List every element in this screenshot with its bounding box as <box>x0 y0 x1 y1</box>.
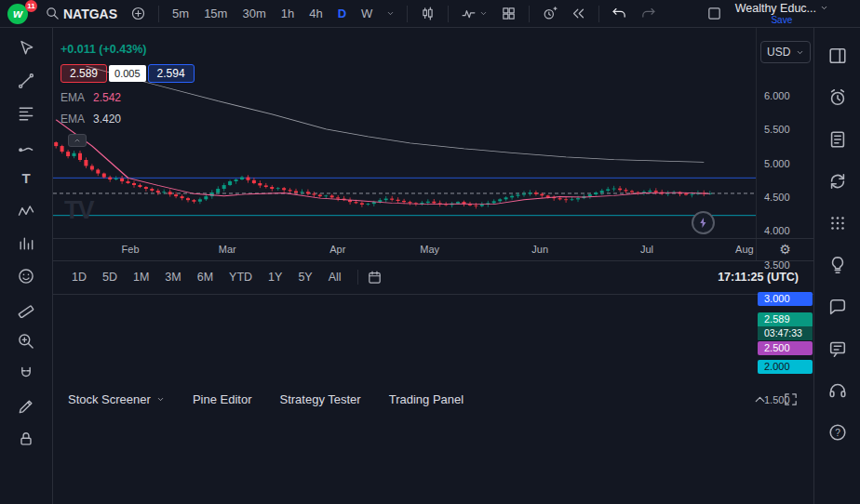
alerts-button[interactable] <box>824 85 852 111</box>
time-axis-month: May <box>420 244 439 255</box>
undo-button[interactable] <box>606 2 633 26</box>
chart-row: +0.011 (+0.43%) 2.589 0.005 2.594 EMA 2.… <box>53 28 813 238</box>
layout-grid-button[interactable] <box>495 2 522 26</box>
forecast-icon <box>17 234 35 253</box>
range-all[interactable]: All <box>321 267 349 287</box>
chevron-down-icon <box>820 4 828 12</box>
messages-icon <box>827 338 848 359</box>
timeframe-1w[interactable]: W <box>355 2 379 26</box>
range-5d[interactable]: 5D <box>95 267 125 287</box>
price-change: +0.011 (+0.43%) <box>60 43 146 56</box>
magnet-icon <box>17 365 35 383</box>
quote-buttons: 2.589 0.005 2.594 <box>60 64 195 83</box>
strategy-tester-tab[interactable]: Strategy Tester <box>279 392 360 406</box>
pattern-tool-button[interactable] <box>12 197 40 224</box>
range-ytd[interactable]: YTD <box>222 267 260 287</box>
symbol-search-button[interactable]: NATGAS <box>39 2 123 26</box>
magnet-tool-button[interactable] <box>12 360 40 387</box>
account-area: Wealthy Educ... Save <box>701 2 828 26</box>
trading-panel-tab[interactable]: Trading Panel <box>389 392 464 406</box>
range-bar: 1D 5D 1M 3M 6M YTD 1Y 5Y All 17:11:25 (U… <box>53 260 813 294</box>
indicators-button[interactable] <box>455 2 493 26</box>
chart-plot[interactable]: +0.011 (+0.43%) 2.589 0.005 2.594 EMA 2.… <box>53 28 756 238</box>
refresh-button[interactable] <box>824 168 852 194</box>
timeframe-15m[interactable]: 15m <box>197 2 234 26</box>
emoji-tool-button[interactable] <box>12 262 40 289</box>
text-tool-button[interactable]: T <box>12 165 40 192</box>
save-layout-button[interactable] <box>701 2 728 26</box>
ema-value: 3.420 <box>93 113 121 126</box>
topbar: w 11 NATGAS 5m 15m 30m 1h 4h D W <box>0 0 860 28</box>
cursor-tool-button[interactable] <box>12 34 40 61</box>
separator <box>448 6 449 22</box>
grid-layout-icon <box>501 6 517 21</box>
timeframe-5m[interactable]: 5m <box>166 2 195 26</box>
compare-button[interactable] <box>125 2 152 26</box>
pine-editor-tab[interactable]: Pine Editor <box>193 392 252 406</box>
timeframe-1h[interactable]: 1h <box>275 2 301 26</box>
chat-button[interactable] <box>824 294 852 320</box>
xabcd-pattern-icon <box>17 202 35 220</box>
calendar-icon <box>367 270 383 285</box>
messages-button[interactable] <box>824 336 852 362</box>
utc-clock[interactable]: 17:11:25 (UTC) <box>718 271 802 284</box>
stock-screener-tab[interactable]: Stock Screener <box>68 392 165 406</box>
forecast-tool-button[interactable] <box>12 230 40 257</box>
price-axis[interactable]: USD 6.0005.5005.0004.5004.0003.5001.5003… <box>756 28 813 238</box>
range-1m[interactable]: 1M <box>126 267 156 287</box>
alert-clock-icon <box>542 6 558 21</box>
headset-icon <box>827 380 848 401</box>
indicator-ema-fast[interactable]: EMA 2.542 <box>60 91 121 104</box>
timeframe-1d[interactable]: D <box>331 2 353 26</box>
time-axis-month: Mar <box>219 244 236 255</box>
time-axis[interactable]: FebMarAprMayJunJulAug ⚙ <box>53 238 813 260</box>
watchlist-button[interactable] <box>824 43 852 69</box>
cursor-icon <box>17 39 35 58</box>
layout-manager[interactable]: Wealthy Educ... Save <box>735 3 828 25</box>
indicator-ema-slow[interactable]: EMA 3.420 <box>60 113 121 126</box>
collapse-legend-button[interactable] <box>68 134 87 147</box>
chart-style-button[interactable] <box>414 2 441 26</box>
spread-value: 0.005 <box>109 65 146 82</box>
currency-dropdown[interactable]: USD <box>760 41 811 63</box>
timeframe-4h[interactable]: 4h <box>302 2 329 26</box>
ema-value: 2.542 <box>93 91 121 104</box>
bar-replay-button[interactable] <box>565 2 592 26</box>
range-6m[interactable]: 6M <box>190 267 221 287</box>
time-axis-month: Jun <box>531 244 548 255</box>
trend-line-tool-button[interactable] <box>12 67 40 94</box>
draw-tool-button[interactable] <box>12 392 40 419</box>
timeframe-menu-button[interactable] <box>381 2 400 26</box>
time-axis-month: Jul <box>640 244 653 255</box>
quick-action-button[interactable] <box>692 211 715 234</box>
logo[interactable]: w 11 <box>7 3 32 25</box>
price-tick: 3.500 <box>764 259 790 271</box>
sell-button[interactable]: 2.589 <box>60 64 107 83</box>
price-tick: 5.000 <box>764 158 790 169</box>
fib-tool-button[interactable] <box>12 99 40 126</box>
support-button[interactable] <box>824 378 852 404</box>
trend-line-icon <box>17 72 35 90</box>
buy-button[interactable]: 2.594 <box>148 64 195 83</box>
apps-button[interactable] <box>824 210 852 236</box>
save-button[interactable]: Save <box>771 15 792 25</box>
body: T <box>0 28 860 504</box>
range-1y[interactable]: 1Y <box>261 267 289 287</box>
go-to-date-button[interactable] <box>367 270 383 285</box>
chart-settings-button[interactable]: ⚙ <box>779 243 791 256</box>
chevron-down-icon <box>479 9 488 18</box>
range-1d[interactable]: 1D <box>64 267 94 287</box>
price-tick: 4.500 <box>764 192 790 203</box>
ideas-button[interactable] <box>824 252 852 278</box>
lock-tool-button[interactable] <box>12 425 40 452</box>
zoom-tool-button[interactable] <box>12 327 40 354</box>
help-button[interactable]: ? <box>824 419 852 445</box>
range-5y[interactable]: 5Y <box>290 267 319 287</box>
journal-button[interactable] <box>824 126 852 153</box>
create-alert-button[interactable] <box>536 2 563 26</box>
timeframe-30m[interactable]: 30m <box>235 2 272 26</box>
redo-button[interactable] <box>635 2 662 26</box>
brush-tool-button[interactable] <box>12 132 40 159</box>
range-3m[interactable]: 3M <box>157 267 188 287</box>
measure-tool-button[interactable] <box>12 295 40 322</box>
